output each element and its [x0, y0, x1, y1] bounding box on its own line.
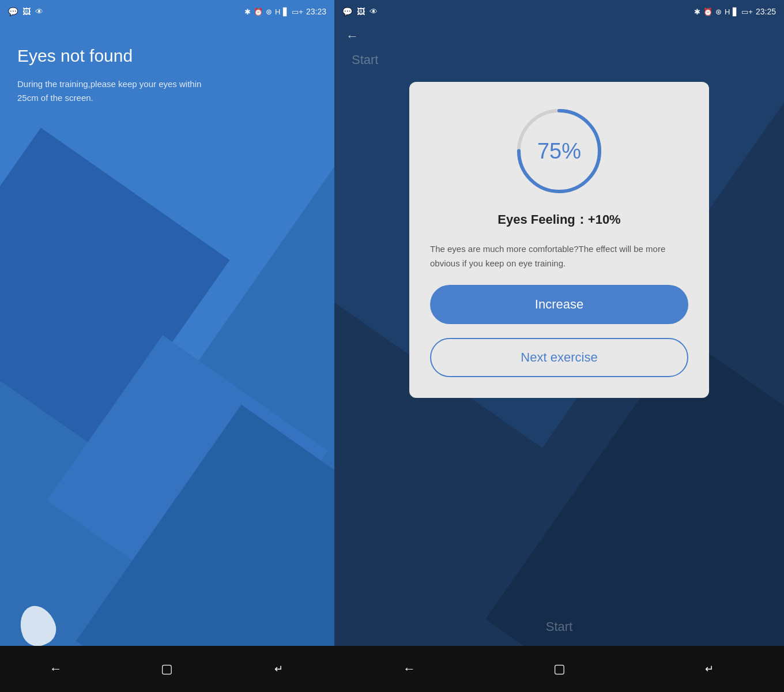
back-icon-left: ←: [50, 661, 62, 676]
status-bar-left: 💬 🖼 👁 ✱ ⏰ ⊛ H ▋ ▭+ 23:23: [0, 0, 334, 23]
eyes-description: The eyes are much more comfortable?The e…: [430, 242, 688, 271]
recents-button-right[interactable]: ▢: [545, 655, 574, 683]
time-display-left: 23:23: [306, 7, 326, 16]
status-left-icons: 💬 🖼 👁: [8, 7, 43, 16]
home-icon-right: ↵: [705, 663, 714, 675]
top-nav-right: ←: [334, 23, 784, 50]
left-content: Eyes not found During the training,pleas…: [0, 23, 334, 456]
page-title-right: Start: [334, 50, 784, 70]
right-screen: 💬 🖼 👁 ✱ ⏰ ⊛ H ▋ ▭+ 23:25 ← Start: [334, 0, 784, 692]
increase-button[interactable]: Increase: [430, 285, 688, 324]
status-bar-right: 💬 🖼 👁 ✱ ⏰ ⊛ H ▋ ▭+ 23:25: [334, 0, 784, 23]
network-h-icon: H: [275, 7, 280, 16]
recents-button-left[interactable]: ▢: [153, 655, 182, 683]
messenger-icon-right: 💬: [342, 7, 352, 16]
eye-icon-right: 👁: [370, 7, 378, 16]
left-screen: 💬 🖼 👁 ✱ ⏰ ⊛ H ▋ ▭+ 23:23 Eyes not found …: [0, 0, 334, 692]
nav-bar-right: ← ▢ ↵: [334, 646, 784, 692]
error-title: Eyes not found: [17, 46, 317, 66]
nav-bar-left: ← ▢ ↵: [0, 646, 334, 692]
signal-icon: ▋: [283, 7, 289, 16]
bluetooth-icon-right: ✱: [694, 7, 700, 16]
status-right-left-icons: 💬 🖼 👁: [342, 7, 378, 16]
battery-icon-right: ▭+: [741, 7, 753, 16]
dialog-overlay: 75% Eyes Feeling：+10% The eyes are much …: [334, 70, 784, 608]
network-h-icon-right: H: [725, 7, 730, 16]
dialog-card: 75% Eyes Feeling：+10% The eyes are much …: [409, 82, 709, 398]
home-button-right[interactable]: ↵: [695, 655, 723, 683]
progress-percent: 75%: [537, 139, 581, 164]
back-icon-right: ←: [403, 661, 416, 676]
time-display-right: 23:25: [756, 7, 776, 16]
home-button-left[interactable]: ↵: [264, 655, 293, 683]
messenger-icon: 💬: [8, 7, 18, 16]
alarm-icon-right: ⏰: [703, 7, 713, 16]
bluetooth-icon: ✱: [244, 7, 251, 16]
alarm-icon: ⏰: [254, 7, 263, 16]
status-right-icons: ✱ ⏰ ⊛ H ▋ ▭+ 23:23: [244, 7, 326, 16]
wifi-icon: ⊛: [266, 7, 272, 16]
status-right-right-icons: ✱ ⏰ ⊛ H ▋ ▭+ 23:25: [694, 7, 776, 16]
blob-icon: [14, 601, 61, 650]
signal-icon-right: ▋: [733, 7, 738, 16]
image-icon-right: 🖼: [357, 7, 365, 16]
error-description: During the training,please keep your eye…: [17, 77, 213, 105]
recents-icon-left: ▢: [161, 661, 173, 676]
image-icon: 🖼: [22, 7, 31, 16]
next-exercise-button[interactable]: Next exercise: [430, 338, 688, 377]
back-button-right[interactable]: ←: [395, 655, 424, 683]
back-button-left[interactable]: ←: [42, 655, 70, 683]
back-arrow-right[interactable]: ←: [346, 29, 359, 44]
progress-circle: 75%: [513, 105, 605, 197]
start-label: Start: [334, 608, 784, 646]
home-icon-left: ↵: [274, 663, 283, 675]
alert-blob: [20, 606, 334, 646]
eyes-feeling-label: Eyes Feeling：+10%: [497, 211, 620, 228]
wifi-icon-right: ⊛: [715, 7, 722, 16]
eye-icon: 👁: [35, 7, 43, 16]
battery-icon: ▭+: [292, 7, 303, 16]
recents-icon-right: ▢: [553, 661, 566, 676]
